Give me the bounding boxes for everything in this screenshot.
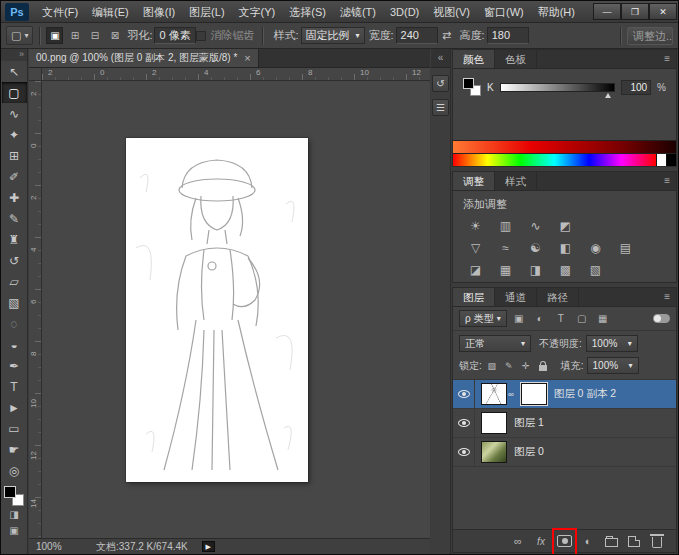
screen-mode-button[interactable]: ▣ — [2, 522, 27, 538]
filter-adjustment-layers-icon[interactable]: ◐ — [531, 311, 549, 327]
layer-name[interactable]: 图层 0 副本 2 — [554, 387, 616, 401]
link-layers-button[interactable]: ∞ — [511, 533, 525, 549]
canvas-image[interactable] — [126, 138, 308, 482]
refine-edge-button[interactable]: 调整边... — [627, 27, 673, 45]
filter-type-layers-icon[interactable]: T — [552, 311, 570, 327]
red-gradient-ramp[interactable] — [453, 140, 676, 153]
vertical-ruler[interactable]: 2 0 2 4 6 8 10 12 14 — [29, 81, 42, 538]
channel-mixer-icon[interactable]: ▤ — [612, 239, 639, 257]
maximize-button[interactable]: ❐ — [621, 3, 649, 20]
opacity-select[interactable]: 100% ▾ — [586, 335, 638, 352]
menu-item-help[interactable]: 帮助(H) — [531, 1, 582, 23]
filter-shape-layers-icon[interactable]: ▢ — [573, 311, 591, 327]
width-input[interactable]: 240 — [396, 27, 438, 44]
black-white-icon[interactable]: ◧ — [552, 239, 579, 257]
add-layer-mask-button[interactable] — [557, 533, 572, 549]
filter-smart-objects-icon[interactable]: ▦ — [594, 311, 612, 327]
layer-thumbnail[interactable] — [481, 383, 507, 405]
tab-styles[interactable]: 样式 — [495, 172, 537, 190]
panel-menu-icon[interactable]: ≡ — [658, 50, 676, 68]
panel-menu-icon[interactable]: ≡ — [658, 288, 676, 306]
menu-item-select[interactable]: 选择(S) — [282, 1, 333, 23]
subtract-from-selection-button[interactable]: ⊟ — [86, 27, 103, 44]
path-selection-tool[interactable]: ► — [2, 397, 27, 418]
tab-paths[interactable]: 路径 — [537, 288, 579, 306]
type-tool[interactable]: T — [2, 376, 27, 397]
photo-filter-icon[interactable]: ◉ — [582, 239, 609, 257]
layer-thumbnail[interactable] — [481, 441, 507, 463]
menu-item-type[interactable]: 文字(Y) — [232, 1, 283, 23]
pen-tool[interactable]: ✒ — [2, 355, 27, 376]
lock-transparent-pixels-icon[interactable]: ▨ — [485, 359, 499, 373]
foreground-color-swatch[interactable] — [4, 486, 16, 498]
tab-color[interactable]: 颜色 — [453, 50, 495, 68]
blur-tool[interactable]: ◌ — [2, 313, 27, 334]
antialias-checkbox[interactable] — [196, 31, 206, 41]
color-panel-swatches[interactable] — [463, 78, 481, 96]
selective-color-icon[interactable]: ▧ — [582, 261, 609, 279]
feather-input[interactable]: 0 像素 — [154, 27, 196, 44]
rectangular-marquee-tool[interactable]: ▢ — [2, 82, 27, 103]
filter-pixel-layers-icon[interactable]: ▣ — [510, 311, 528, 327]
toolbar-collapse-button[interactable]: » — [1, 49, 27, 61]
delete-layer-button[interactable] — [650, 533, 664, 549]
vibrance-icon[interactable]: ▽ — [462, 239, 489, 257]
lock-position-icon[interactable]: ✛ — [519, 359, 533, 373]
tab-swatches[interactable]: 色板 — [495, 50, 537, 68]
levels-icon[interactable]: ▥ — [492, 217, 519, 235]
zoom-tool[interactable]: ◎ — [2, 460, 27, 481]
healing-brush-tool[interactable]: ✚ — [2, 187, 27, 208]
filter-toggle-switch[interactable] — [653, 314, 670, 323]
document-tab[interactable]: 00.png @ 100% (图层 0 副本 2, 图层蒙版/8) * × — [29, 49, 259, 67]
quick-selection-tool[interactable]: ✦ — [2, 124, 27, 145]
gradient-tool[interactable]: ▧ — [2, 292, 27, 313]
tool-preset-picker[interactable]: ▢ ▾ — [6, 26, 33, 45]
menu-item-edit[interactable]: 编辑(E) — [85, 1, 136, 23]
foreground-background-swatches[interactable] — [4, 486, 24, 506]
status-flyout-button[interactable]: ▶ — [202, 541, 215, 552]
minimize-button[interactable]: — — [593, 3, 621, 20]
new-selection-button[interactable]: ▣ — [46, 27, 63, 44]
clone-stamp-tool[interactable]: ♜ — [2, 229, 27, 250]
lock-image-pixels-icon[interactable]: ✎ — [502, 359, 516, 373]
black-chip[interactable] — [666, 154, 676, 166]
menu-item-3d[interactable]: 3D(D) — [383, 1, 426, 23]
menu-item-layer[interactable]: 图层(L) — [182, 1, 231, 23]
invert-icon[interactable]: ◪ — [462, 261, 489, 279]
quick-mask-mode-button[interactable]: ◨ — [2, 506, 27, 522]
foreground-color-swatch[interactable] — [463, 78, 474, 89]
layer-row-1[interactable]: 图层 1 — [453, 409, 676, 438]
intersect-selection-button[interactable]: ⊠ — [106, 27, 123, 44]
layer-row-0[interactable]: 图层 0 — [453, 438, 676, 467]
menu-item-file[interactable]: 文件(F) — [35, 1, 85, 23]
filter-kind-select[interactable]: ρ 类型 ▾ — [459, 310, 507, 327]
tab-adjustments[interactable]: 调整 — [453, 172, 495, 190]
spectrum-ramp[interactable] — [453, 153, 676, 166]
k-channel-slider[interactable] — [500, 83, 615, 92]
spectrum-gradient[interactable] — [453, 154, 656, 166]
threshold-icon[interactable]: ◨ — [522, 261, 549, 279]
curves-icon[interactable]: ∿ — [522, 217, 549, 235]
visibility-eye-icon[interactable] — [458, 448, 470, 456]
lock-all-icon[interactable] — [536, 359, 550, 373]
visibility-eye-icon[interactable] — [458, 419, 470, 427]
menu-item-view[interactable]: 视图(V) — [426, 1, 477, 23]
move-tool[interactable]: ↖ — [2, 61, 27, 82]
fill-select[interactable]: 100% ▾ — [587, 357, 639, 374]
add-to-selection-button[interactable]: ⊞ — [66, 27, 83, 44]
panel-menu-icon[interactable]: ≡ — [658, 172, 676, 190]
new-layer-button[interactable] — [627, 533, 641, 549]
menu-item-image[interactable]: 图像(I) — [136, 1, 182, 23]
eraser-tool[interactable]: ▱ — [2, 271, 27, 292]
tab-layers[interactable]: 图层 — [453, 288, 495, 306]
layer-name[interactable]: 图层 1 — [514, 416, 544, 430]
brush-tool[interactable]: ✎ — [2, 208, 27, 229]
ruler-origin-corner[interactable] — [29, 68, 42, 81]
tab-channels[interactable]: 通道 — [495, 288, 537, 306]
horizontal-ruler[interactable]: 2 0 2 4 6 8 10 12 — [42, 68, 430, 81]
hand-tool[interactable]: ☛ — [2, 439, 27, 460]
properties-panel-icon[interactable]: ☰ — [432, 99, 449, 116]
layer-name[interactable]: 图层 0 — [514, 445, 544, 459]
layer-row-0-copy-2[interactable]: ∞ 图层 0 副本 2 — [453, 380, 676, 409]
color-balance-icon[interactable]: ☯ — [522, 239, 549, 257]
